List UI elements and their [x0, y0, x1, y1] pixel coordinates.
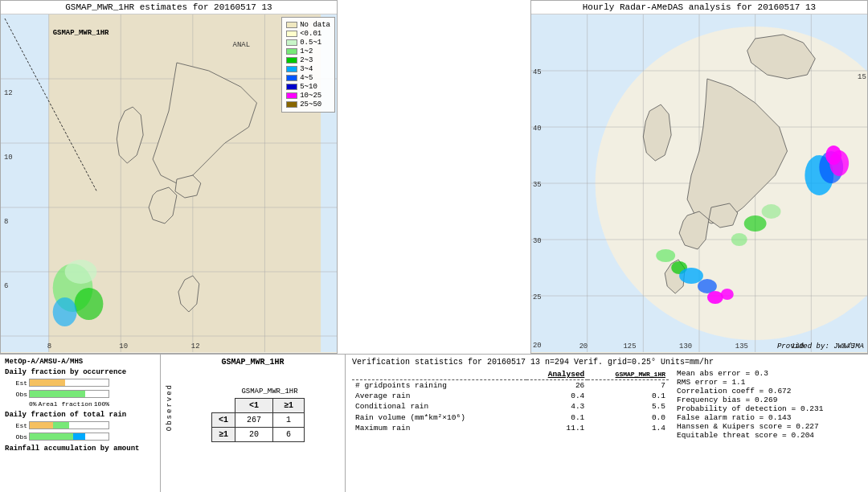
cell-267: 267 — [235, 413, 272, 428]
legend-color-45 — [286, 75, 297, 81]
stat-right-3: Frequency bias = 0.269 — [677, 396, 862, 404]
obs-label-2: Obs — [5, 433, 27, 441]
stat-row-2-analysed: 4.3 — [526, 401, 588, 412]
stat-row-3-analysed: 0.1 — [526, 412, 588, 423]
svg-point-18 — [75, 288, 104, 320]
svg-text:40: 40 — [533, 125, 542, 133]
legend-item-23: 2~3 — [286, 56, 330, 64]
svg-text:6: 6 — [4, 282, 8, 290]
stats-left: Analysed GSMAP_MWR_1HR # gridpoints rain… — [352, 369, 669, 440]
right-map-title: Hourly Radar-AMeDAS analysis for 2016051… — [531, 1, 867, 14]
svg-text:10: 10 — [4, 154, 13, 162]
legend-color-1025 — [286, 92, 297, 99]
stat-row-1-label: Average rain — [352, 391, 526, 401]
est-bar-fill-2 — [30, 422, 53, 428]
bottom-left-section: MetOp-A/AMSU-A/MHS Daily fraction by occ… — [0, 355, 161, 492]
legend-item-34: 3~4 — [286, 65, 330, 73]
contingency-section: GSMAP_MWR_1HR Observed GSMAP_MWR_1HR <1 … — [161, 355, 346, 492]
legend-label-nodata: No data — [300, 21, 330, 29]
legend-label-05: 0.5~1 — [300, 39, 321, 47]
legend-item-05: 0.5~1 — [286, 39, 330, 47]
contingency-table-wrapper: Observed GSMAP_MWR_1HR <1 ≥1 <1 267 1 — [166, 373, 340, 442]
legend-color-001 — [286, 31, 297, 37]
legend-item-45: 4~5 — [286, 74, 330, 82]
gsmap-col-header: GSMAP_MWR_1HR — [235, 385, 304, 399]
legend-color-23 — [286, 57, 297, 64]
legend-color-nodata — [286, 22, 297, 28]
cell-6: 6 — [273, 428, 305, 442]
svg-text:130: 130 — [679, 342, 692, 351]
svg-text:10: 10 — [119, 342, 128, 351]
row-less1: <1 — [211, 413, 235, 428]
legend-label-34: 3~4 — [300, 65, 313, 73]
col-ge1: ≥1 — [273, 399, 305, 413]
stat-right-5: False alarm ratio = 0.143 — [677, 413, 862, 422]
bottom-section: MetOp-A/AMSU-A/MHS Daily fraction by occ… — [0, 354, 868, 492]
legend-item-001: <0.01 — [286, 30, 330, 38]
legend-label-1025: 10~25 — [300, 92, 321, 100]
svg-text:ANAL: ANAL — [233, 41, 250, 49]
svg-text:GSMAP_MWR_1HR: GSMAP_MWR_1HR — [53, 29, 109, 37]
stat-row-0-gsmap: 7 — [588, 380, 669, 391]
stat-row-4-gsmap: 1.4 — [588, 423, 669, 433]
svg-text:8: 8 — [47, 342, 51, 351]
stats-table: Analysed GSMAP_MWR_1HR # gridpoints rain… — [352, 369, 669, 433]
svg-point-56 — [762, 204, 781, 219]
legend-color-2550 — [286, 101, 297, 108]
obs-bar-1 — [29, 390, 109, 398]
legend-item-510: 5~10 — [286, 83, 330, 91]
svg-text:8: 8 — [4, 218, 8, 226]
rain-obs-row: Obs — [5, 432, 155, 441]
rain-est-row: Est — [5, 420, 155, 430]
svg-point-19 — [53, 297, 77, 326]
stat-row-3-label: Rain volume (mm*km²×10⁶) — [352, 412, 526, 423]
stat-right-0: Mean abs error = 0.3 — [677, 369, 862, 378]
verification-header: Verification statistics for 20160517 13 … — [352, 358, 862, 367]
left-map: GSMAP_MWR_1HR estimates for 20160517 13 — [0, 0, 338, 354]
legend-label-2550: 25~50 — [300, 100, 321, 109]
stat-right-6: Hanssen & Kuipers score = 0.227 — [677, 422, 862, 431]
legend-item-12: 1~2 — [286, 47, 330, 55]
svg-text:12: 12 — [4, 89, 13, 97]
row-ge1: ≥1 — [211, 428, 235, 442]
cell-20: 20 — [235, 428, 272, 442]
col-gsmap: GSMAP_MWR_1HR — [588, 369, 669, 380]
svg-point-60 — [825, 146, 841, 165]
observed-label: Observed — [166, 383, 174, 431]
est-label-1: Est — [5, 379, 27, 387]
svg-text:45: 45 — [533, 68, 542, 76]
left-map-title: GSMAP_MWR_1HR estimates for 20160517 13 — [1, 1, 337, 14]
right-map-svg: 45 40 35 30 25 20 2 0 125 130 135 140 14… — [531, 14, 867, 352]
svg-point-20 — [65, 260, 97, 284]
occurrence-est-row: Est — [5, 378, 155, 387]
stat-row-0-label: # gridpoints raining — [352, 380, 526, 391]
legend-color-510 — [286, 84, 297, 90]
verification-content: Analysed GSMAP_MWR_1HR # gridpoints rain… — [352, 369, 862, 440]
stat-row-4-analysed: 11.1 — [526, 423, 588, 433]
occurrence-obs-row: Obs — [5, 389, 155, 399]
cell-1: 1 — [273, 413, 305, 428]
accumulation-title: Rainfall accumulation by amount — [5, 445, 155, 453]
obs-label-1: Obs — [5, 391, 27, 398]
x-axis-labels: 0% Areal fraction 100% — [29, 400, 109, 408]
est-bar-1 — [29, 379, 109, 387]
provided-by-label: Provided by: JWA/JMA — [777, 342, 864, 351]
stat-right-7: Equitable threat score = 0.204 — [677, 431, 862, 440]
est-bar-2 — [29, 421, 109, 429]
x-axis-label: Areal fraction — [39, 400, 92, 408]
stat-row-0-analysed: 26 — [526, 380, 588, 391]
legend-item-nodata: No data — [286, 21, 330, 29]
stat-row-2-gsmap: 5.5 — [588, 401, 669, 412]
svg-point-53 — [721, 289, 734, 300]
occurrence-title: Daily fraction by occurrence — [5, 368, 155, 376]
rain-title: Daily fraction of total rain — [5, 411, 155, 419]
svg-text:35: 35 — [533, 181, 542, 189]
col-analysed: Analysed — [526, 369, 588, 380]
stat-row-3-gsmap: 0.0 — [588, 412, 669, 423]
x-axis-start: 0% — [29, 400, 37, 408]
satellite-label: MetOp-A/AMSU-A/MHS — [5, 358, 155, 366]
verification-section: Verification statistics for 20160517 13 … — [346, 355, 868, 492]
est-label-2: Est — [5, 422, 27, 429]
legend-item-2550: 25~50 — [286, 100, 330, 109]
x-axis-end: 100% — [94, 400, 109, 408]
